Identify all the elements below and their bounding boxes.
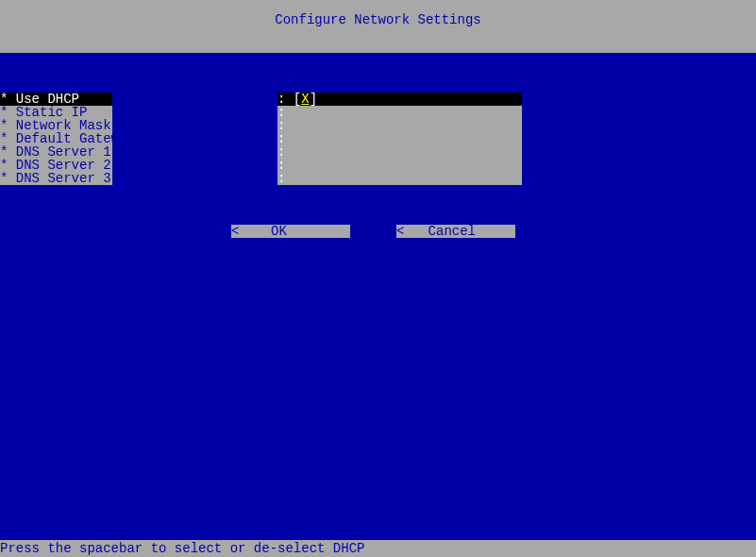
field-labels-column: * Use DHCP * Static IP * Network Mask * …	[0, 93, 112, 185]
buttons-row: < OK > < Cancel >	[0, 225, 756, 238]
ok-button[interactable]: < OK >	[231, 225, 350, 238]
page-title: Configure Network Settings	[275, 13, 480, 26]
value-dns-server-2[interactable]: :	[277, 159, 522, 172]
label-use-dhcp[interactable]: * Use DHCP	[0, 93, 112, 106]
field-values-column: : [X] : : : : : :	[277, 93, 522, 185]
value-dns-server-3[interactable]: :	[277, 172, 522, 185]
value-network-mask[interactable]: :	[277, 119, 522, 132]
label-default-gateway[interactable]: * Default Gateway	[0, 132, 112, 145]
label-dns-server-2[interactable]: * DNS Server 2	[0, 159, 112, 172]
label-network-mask[interactable]: * Network Mask	[0, 119, 112, 132]
value-static-ip[interactable]: :	[277, 106, 522, 119]
value-use-dhcp[interactable]: : [X]	[277, 93, 522, 106]
title-bar: Configure Network Settings	[0, 0, 756, 53]
value-default-gateway[interactable]: :	[277, 132, 522, 145]
main-area: * Use DHCP * Static IP * Network Mask * …	[0, 53, 756, 540]
status-bar: Press the spacebar to select or de-selec…	[0, 540, 756, 557]
value-dns-server-1[interactable]: :	[277, 145, 522, 159]
label-dns-server-3[interactable]: * DNS Server 3	[0, 172, 112, 185]
label-dns-server-1[interactable]: * DNS Server 1	[0, 145, 112, 159]
cancel-button[interactable]: < Cancel >	[396, 225, 515, 238]
label-static-ip[interactable]: * Static IP	[0, 106, 112, 119]
